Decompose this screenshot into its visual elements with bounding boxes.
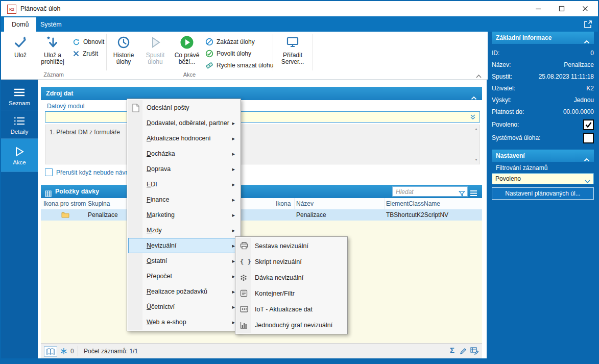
submenu-item-davka-nevizualni[interactable]: Dávka nevizuální xyxy=(236,270,346,285)
book-view-button[interactable] xyxy=(44,346,57,357)
interrupt-checkbox[interactable] xyxy=(45,168,53,176)
column-divider xyxy=(294,198,295,209)
sum-icon[interactable]: Σ xyxy=(450,346,454,354)
menu-item-odeslani-posty[interactable]: Odeslání pošty xyxy=(128,100,239,115)
column-divider xyxy=(384,198,385,209)
edit-table-icon[interactable] xyxy=(470,347,479,355)
table-row[interactable]: Penalizace Penalizace TBShortcutK2Script… xyxy=(41,209,482,221)
filter-label: Filtrování záznamů xyxy=(496,164,547,172)
enable-tasks-button[interactable]: Povolit úlohy xyxy=(205,48,251,59)
group-label-akce: Akce xyxy=(106,71,273,79)
cell-element-class: TBShortcutK2ScriptNV xyxy=(386,211,448,219)
tab-system[interactable]: Systém xyxy=(33,17,69,32)
menu-item-realizace-pozadavku[interactable]: Realizace požadavků xyxy=(128,284,239,299)
menu-item-dodavatel[interactable]: Dodavatel, odběratel, partner xyxy=(128,115,239,131)
save-and-view-button[interactable]: Ulož a prohlížej xyxy=(37,33,68,70)
menu-item-aktualizace-hodnoceni[interactable]: Aktualizace hodnocení xyxy=(128,131,239,146)
play-outline-icon xyxy=(140,35,171,50)
interrupt-checkbox-label: Přerušit když nebude návra xyxy=(56,169,131,176)
menu-item-marketing[interactable]: Marketing xyxy=(128,207,239,223)
menu-item-prepocet[interactable]: Přepočet xyxy=(128,269,239,284)
close-button[interactable] xyxy=(573,1,597,16)
collapse-chevron-icon[interactable] xyxy=(471,91,477,105)
menu-item-web-a-eshop[interactable]: Web a e-shop xyxy=(128,314,239,330)
minimize-button[interactable] xyxy=(526,1,550,16)
edit-pencil-icon[interactable] xyxy=(460,348,467,355)
submenu-item-kontejner-filtr[interactable]: Kontejner/Filtr xyxy=(236,285,346,301)
submenu-item-sestava-nevizualni[interactable]: Sestava nevizuální xyxy=(236,238,346,254)
submenu-item-jednoduchy-graf[interactable]: Jednoduchý graf nevizuální xyxy=(236,317,346,333)
menu-item-mzdy[interactable]: Mzdy xyxy=(128,223,239,238)
check-icon xyxy=(585,122,592,128)
currently-running-button[interactable]: Co právě běží... xyxy=(172,33,202,70)
source-panel-title: Zdroj dat xyxy=(46,87,73,100)
sidebar-item-akce[interactable]: Akce xyxy=(1,139,38,172)
column-header-elementclassname[interactable]: ElementClassName xyxy=(386,200,440,207)
scheduled-tasks-settings-button[interactable]: Nastavení plánovaných úl... xyxy=(492,187,594,200)
menu-item-ostatni[interactable]: Ostatní xyxy=(128,253,239,269)
scroll-up-icon[interactable]: ▲ xyxy=(474,127,478,131)
disable-tasks-button[interactable]: Zakázat úlohy xyxy=(205,37,255,47)
collapse-chevron-icon[interactable] xyxy=(584,36,590,48)
menu-item-nevizualni[interactable]: Nevizuální xyxy=(128,238,239,253)
field-value: Jednou xyxy=(574,96,594,104)
field-row-spustit: Spustit: 25.08.2023 11:11:18 xyxy=(492,71,594,82)
info-panel-title: Základní informace xyxy=(496,32,552,44)
assign-server-button[interactable]: Přiřadit Server... xyxy=(277,33,308,70)
refresh-button[interactable]: Obnovit xyxy=(73,37,104,47)
submenu-item-skript-nevizualni[interactable]: { } Skript nevizuální xyxy=(236,254,346,270)
title-bar: K2 Plánovač úloh xyxy=(1,1,598,16)
document-icon xyxy=(132,104,139,112)
systemova-uloha-checkbox[interactable] xyxy=(583,133,594,143)
maximize-button[interactable] xyxy=(550,1,573,16)
field-row-platnost: Platnost do: 00.00.0000 xyxy=(492,107,594,117)
snowflake-icon[interactable] xyxy=(60,348,67,355)
column-header-skupina[interactable]: Skupina xyxy=(88,200,110,207)
filter-combo[interactable]: Povoleno xyxy=(492,173,594,184)
field-row-povoleno: Povoleno: xyxy=(492,119,594,130)
collapse-ribbon-chevron-icon[interactable] xyxy=(476,72,482,80)
menu-item-doprava[interactable]: Doprava xyxy=(128,161,239,177)
menu-item-dochazka[interactable]: Docházka xyxy=(128,146,239,161)
cancel-button[interactable]: Zrušit xyxy=(73,48,98,59)
column-header-ikona-pro-strom[interactable]: Ikona pro strom xyxy=(43,200,86,207)
run-task-button[interactable]: Spustit úlohu xyxy=(140,33,171,70)
submenu-item-iot-aktualizace-dat[interactable]: IoT - Aktualizace dat xyxy=(236,301,346,317)
module-step-text: 1. Přebrat DM z formuláře xyxy=(50,129,120,136)
task-history-button[interactable]: Historie úlohy xyxy=(109,33,138,70)
scroll-down-icon[interactable]: ▼ xyxy=(474,158,478,162)
menu-item-ucetnictvi[interactable]: Účetnictví xyxy=(128,299,239,314)
quick-delete-task-button[interactable]: Rychle smazat úlohu xyxy=(205,60,273,70)
menu-item-finance[interactable]: Finance xyxy=(128,192,239,207)
status-divider xyxy=(78,346,78,356)
book-icon xyxy=(46,348,55,355)
sidebar-item-seznam[interactable]: Seznam xyxy=(1,82,38,110)
monitor-icon xyxy=(277,35,308,50)
povoleno-checkbox[interactable] xyxy=(583,119,594,130)
collapse-chevron-icon[interactable] xyxy=(584,154,590,166)
field-row-vyskyt: Výskyt: Jednou xyxy=(492,95,594,105)
dots-cluster-icon xyxy=(240,274,247,281)
field-label: Výskyt: xyxy=(492,96,512,104)
menu-item-edi[interactable]: EDI xyxy=(128,177,239,192)
column-header-ikona[interactable]: Ikona xyxy=(276,200,291,207)
left-sidebar: Seznam Detaily Akce xyxy=(1,80,38,358)
cell-skupina: Penalizace xyxy=(88,211,118,219)
tab-domu[interactable]: Domů xyxy=(4,17,36,32)
column-divider xyxy=(86,198,86,209)
data-module-input[interactable] xyxy=(45,111,480,123)
open-in-window-icon[interactable] xyxy=(583,20,592,31)
sidebar-item-detaily[interactable]: Detaily xyxy=(1,110,38,139)
field-value: 25.08.2023 11:11:18 xyxy=(539,73,594,80)
details-list-icon xyxy=(1,110,38,127)
column-header-nazev[interactable]: Název xyxy=(296,200,314,207)
save-button[interactable]: Ulož xyxy=(6,33,35,70)
search-input[interactable] xyxy=(395,187,457,197)
column-divider xyxy=(274,198,274,209)
field-label: ID: xyxy=(492,50,499,57)
braces-icon: { } xyxy=(240,258,251,265)
field-label: Spustit: xyxy=(492,73,512,80)
field-label: Systémová úloha: xyxy=(492,134,540,141)
data-module-label: Datový modul xyxy=(47,103,84,110)
combo-open-icon[interactable] xyxy=(470,114,476,122)
